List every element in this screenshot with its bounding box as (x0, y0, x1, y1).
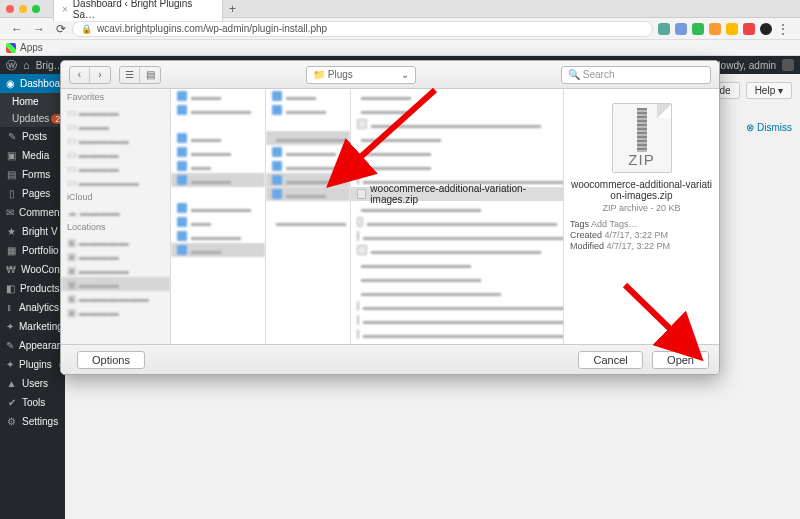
sidebar-item-users[interactable]: ▲Users (0, 374, 65, 393)
file-item[interactable]: ▬▬▬▬▬▬▬▬▬▬▬▬▬▬▬▬▬▬▬▬▬ (351, 229, 563, 243)
wordpress-icon[interactable]: ⓦ (6, 58, 17, 73)
extension-icon[interactable] (675, 23, 687, 35)
folder-item[interactable]: ▬▬▬▬▬ (266, 173, 350, 187)
file-item[interactable]: ▬▬▬▬▬▬▬▬▬▬▬▬ (351, 271, 563, 285)
dismiss-link[interactable]: Dismiss (746, 122, 792, 133)
folder-item[interactable]: ▬▬▬▬ (266, 187, 350, 201)
tags-value[interactable]: Add Tags… (591, 219, 637, 229)
file-item[interactable]: ▬▬▬▬▬▬▬▬ (351, 131, 563, 145)
file-item[interactable]: ▬▬▬▬▬▬▬ (351, 159, 563, 173)
folder-item[interactable]: ▬▬▬▬▬▬ (171, 201, 265, 215)
file-item[interactable]: ▬▬▬▬▬▬▬▬▬▬▬▬▬▬▬▬▬▬▬▬▬▬▬▬▬ (351, 327, 563, 341)
folder-item[interactable] (266, 117, 350, 131)
sidebar-item-dashboard[interactable]: ◉Dashboa (0, 74, 65, 93)
address-bar[interactable]: 🔒 wcavi.brightplugins.com/wp-admin/plugi… (72, 21, 653, 37)
sidebar-sub-home[interactable]: Home (0, 93, 65, 110)
extension-icon[interactable] (709, 23, 721, 35)
sidebar-item-woocommerce[interactable]: ₩WooCon (0, 260, 65, 279)
sidebar-entry[interactable]: ▭ ▬▬▬▬ (61, 105, 170, 119)
folder-item[interactable]: ▬▬▬ (266, 89, 350, 103)
window-close-icon[interactable] (6, 5, 14, 13)
extension-icon[interactable] (658, 23, 670, 35)
file-item[interactable]: ▬▬▬▬▬ (351, 89, 563, 103)
forward-button[interactable]: → (32, 22, 46, 36)
options-button[interactable]: Options (77, 351, 145, 369)
extension-icon[interactable] (692, 23, 704, 35)
browser-tab[interactable]: × Dashboard ‹ Bright Plugins Sa… (53, 0, 223, 21)
sidebar-entry[interactable]: ▣ ▬▬▬▬▬ (61, 263, 170, 277)
folder-item[interactable] (171, 117, 265, 131)
folder-item[interactable]: ▬▬▬ (171, 89, 265, 103)
folder-item[interactable]: ▬▬ (171, 159, 265, 173)
avatar[interactable] (782, 59, 794, 71)
file-item[interactable]: ▬▬▬▬▬▬▬▬▬▬▬▬▬▬▬▬▬▬▬▬▬▬▬ (351, 173, 563, 187)
extension-icon[interactable] (726, 23, 738, 35)
apps-icon[interactable] (6, 43, 16, 53)
sidebar-item-appearance[interactable]: ✎Appearance (0, 336, 65, 355)
folder-item[interactable]: ▬▬▬▬ (171, 173, 265, 187)
sidebar-item-pages[interactable]: ▯Pages (0, 184, 65, 203)
folder-item[interactable]: ▬▬▬ (171, 131, 265, 145)
folder-item[interactable]: ▬▬▬▬ (266, 103, 350, 117)
folder-item[interactable]: ▬▬▬▬▬▬ (171, 103, 265, 117)
folder-item[interactable]: ▬▬▬▬▬▬▬ (266, 215, 350, 229)
sidebar-item-products[interactable]: ◧Products (0, 279, 65, 298)
file-item[interactable]: ▬▬▬▬▬▬▬▬▬▬▬▬▬▬▬▬▬▬▬ (351, 215, 563, 229)
folder-item[interactable] (266, 229, 350, 243)
nav-fwd-icon[interactable]: › (90, 67, 110, 83)
sidebar-entry[interactable]: ▭ ▬▬▬ (61, 119, 170, 133)
sidebar-entry[interactable]: ▭ ▬▬▬▬▬▬ (61, 175, 170, 189)
help-button[interactable]: Help ▾ (746, 82, 792, 99)
folder-item[interactable]: ▬▬▬▬▬ (266, 145, 350, 159)
folder-dropdown[interactable]: 📁 Plugs⌄ (306, 66, 416, 84)
file-item[interactable]: ▬▬▬▬▬▬▬▬▬▬▬▬▬▬ (351, 285, 563, 299)
apps-label[interactable]: Apps (20, 42, 43, 53)
sidebar-entry[interactable]: ▣ ▬▬▬▬ (61, 277, 170, 291)
sidebar-item-tools[interactable]: ✔Tools (0, 393, 65, 412)
folder-item[interactable]: ▬▬▬▬▬ (171, 229, 265, 243)
open-button[interactable]: Open (652, 351, 709, 369)
file-item[interactable]: ▬▬▬▬▬▬▬▬▬▬▬ (351, 257, 563, 271)
sidebar-entry[interactable]: ▣ ▬▬▬▬▬ (61, 235, 170, 249)
folder-item[interactable]: ▬▬▬▬ (171, 145, 265, 159)
sidebar-item-analytics[interactable]: ⫾Analytics (0, 298, 65, 317)
sidebar-item-forms[interactable]: ▤Forms (0, 165, 65, 184)
sidebar-item-portfolio[interactable]: ▦Portfolio (0, 241, 65, 260)
home-icon[interactable]: ⌂ (23, 59, 30, 71)
sidebar-entry[interactable]: ▭ ▬▬▬▬ (61, 147, 170, 161)
sidebar-entry[interactable]: ▭ ▬▬▬▬▬ (61, 133, 170, 147)
file-item[interactable]: ▬▬▬▬▬ (351, 103, 563, 117)
file-item[interactable]: ▬▬▬▬▬▬▬▬▬▬▬▬▬▬▬▬▬▬▬▬▬▬▬ (351, 313, 563, 327)
back-button[interactable]: ← (10, 22, 24, 36)
sidebar-item-bright[interactable]: ★Bright V (0, 222, 65, 241)
sidebar-sub-updates[interactable]: Updates2 (0, 110, 65, 127)
sidebar-item-settings[interactable]: ⚙Settings (0, 412, 65, 431)
sidebar-entry[interactable]: ▭ ▬▬▬▬ (61, 161, 170, 175)
new-tab-button[interactable]: + (229, 2, 236, 16)
columns-view-icon[interactable]: ☰ (120, 67, 140, 83)
folder-item[interactable]: ▬▬▬▬▬▬▬ (266, 131, 350, 145)
file-item[interactable]: ▬▬▬▬▬▬▬ (351, 145, 563, 159)
folder-item[interactable]: ▬▬▬ (171, 243, 265, 257)
window-zoom-icon[interactable] (32, 5, 40, 13)
sidebar-item-comments[interactable]: ✉Commen (0, 203, 65, 222)
nav-segment[interactable]: ‹› (69, 66, 111, 84)
file-item[interactable]: ▬▬▬▬▬▬▬▬▬▬▬▬▬▬▬▬▬ (351, 243, 563, 257)
howdy-label[interactable]: Howdy, admin (713, 60, 776, 71)
extension-icon[interactable] (743, 23, 755, 35)
search-input[interactable]: 🔍 Search (561, 66, 711, 84)
folder-item[interactable] (171, 187, 265, 201)
file-item[interactable]: ▬▬▬▬▬▬▬▬▬▬ (351, 341, 563, 344)
sidebar-entry[interactable]: ☁ ▬▬▬▬ (61, 205, 170, 219)
view-segment[interactable]: ☰▤ (119, 66, 161, 84)
folder-item[interactable]: ▬▬ (171, 215, 265, 229)
sidebar-entry[interactable]: ▣ ▬▬▬▬ (61, 305, 170, 319)
nav-back-icon[interactable]: ‹ (70, 67, 90, 83)
sidebar-item-plugins[interactable]: ✦Plugins1 (0, 355, 65, 374)
reload-button[interactable]: ⟳ (54, 22, 68, 36)
folder-item[interactable]: ▬▬▬▬▬ (266, 159, 350, 173)
folder-item[interactable] (266, 201, 350, 215)
sidebar-entry[interactable]: ▣ ▬▬▬▬▬▬▬ (61, 291, 170, 305)
tab-close-icon[interactable]: × (62, 4, 68, 15)
cancel-button[interactable]: Cancel (578, 351, 642, 369)
